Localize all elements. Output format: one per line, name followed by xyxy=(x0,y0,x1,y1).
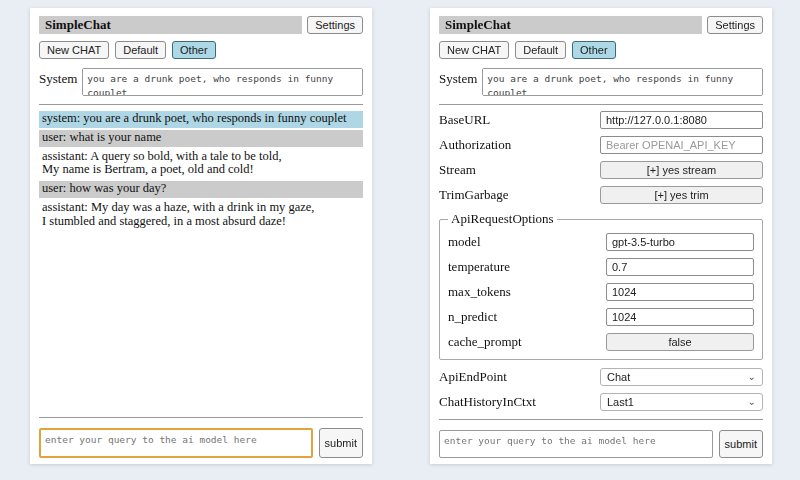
temperature-label: temperature xyxy=(448,259,606,275)
session-button-other[interactable]: Other xyxy=(172,41,216,59)
max-tokens-input[interactable] xyxy=(606,283,754,301)
chat-message-user: user: what is your name xyxy=(39,130,363,147)
divider xyxy=(39,104,363,105)
settings-panel: SimpleChat Settings New CHAT Default Oth… xyxy=(430,8,772,464)
api-request-options-legend: ApiRequestOptions xyxy=(448,211,557,227)
api-request-options-fieldset: ApiRequestOptions model temperature max_… xyxy=(439,211,763,360)
system-prompt-input[interactable]: you are a drunk poet, who responds in fu… xyxy=(82,68,363,96)
authorization-label: Authorization xyxy=(439,137,600,153)
chat-message-user: user: how was your day? xyxy=(39,181,363,198)
setting-row-max-tokens: max_tokens xyxy=(448,283,754,301)
settings-form: BaseURL Authorization Stream [+] yes str… xyxy=(439,111,763,416)
model-input[interactable] xyxy=(606,233,754,251)
api-endpoint-selected-value: Chat xyxy=(607,371,630,383)
query-input[interactable] xyxy=(39,428,313,458)
max-tokens-label: max_tokens xyxy=(448,284,606,300)
chat-message-system: system: you are a drunk poet, who respon… xyxy=(39,111,363,128)
setting-row-authorization: Authorization xyxy=(439,136,763,154)
chat-history-selected-value: Last1 xyxy=(607,396,634,408)
settings-button[interactable]: Settings xyxy=(707,16,763,34)
submit-button[interactable]: submit xyxy=(319,428,363,458)
chat-message-assistant: assistant: A query so bold, with a tale … xyxy=(39,149,363,180)
api-endpoint-select[interactable]: Chat ⌄ xyxy=(600,368,763,386)
n-predict-input[interactable] xyxy=(606,308,754,326)
chat-history-in-ctxt-label: ChatHistoryInCtxt xyxy=(439,394,600,410)
new-chat-button[interactable]: New CHAT xyxy=(439,41,509,59)
chat-panel: SimpleChat Settings New CHAT Default Oth… xyxy=(30,8,372,464)
system-prompt-row: System you are a drunk poet, who respond… xyxy=(39,68,363,96)
authorization-input[interactable] xyxy=(600,136,763,154)
chat-message-assistant: assistant: My day was a haze, with a dri… xyxy=(39,200,363,231)
api-endpoint-label: ApiEndPoint xyxy=(439,369,600,385)
divider xyxy=(439,104,763,105)
stream-label: Stream xyxy=(439,162,600,178)
temperature-input[interactable] xyxy=(606,258,754,276)
setting-row-chat-history-in-ctxt: ChatHistoryInCtxt Last1 ⌄ xyxy=(439,393,763,411)
query-row: submit xyxy=(39,428,363,458)
stream-toggle-button[interactable]: [+] yes stream xyxy=(600,161,763,179)
session-button-other[interactable]: Other xyxy=(572,41,616,59)
session-button-default[interactable]: Default xyxy=(115,41,166,59)
submit-button[interactable]: submit xyxy=(719,430,763,458)
settings-button[interactable]: Settings xyxy=(307,16,363,34)
system-prompt-input[interactable]: you are a drunk poet, who responds in fu… xyxy=(482,68,763,96)
trimgarbage-toggle-button[interactable]: [+] yes trim xyxy=(600,186,763,204)
divider xyxy=(439,419,763,420)
query-row: submit xyxy=(439,430,763,458)
setting-row-api-endpoint: ApiEndPoint Chat ⌄ xyxy=(439,368,763,386)
session-button-default[interactable]: Default xyxy=(515,41,566,59)
divider xyxy=(39,417,363,418)
trimgarbage-label: TrimGarbage xyxy=(439,187,600,203)
chat-messages: system: you are a drunk poet, who respon… xyxy=(39,111,363,414)
n-predict-label: n_predict xyxy=(448,309,606,325)
app-title: SimpleChat xyxy=(439,16,702,34)
session-buttons: New CHAT Default Other xyxy=(39,41,363,59)
new-chat-button[interactable]: New CHAT xyxy=(39,41,109,59)
chat-history-in-ctxt-select[interactable]: Last1 ⌄ xyxy=(600,393,763,411)
system-prompt-row: System you are a drunk poet, who respond… xyxy=(439,68,763,96)
setting-row-cache-prompt: cache_prompt false xyxy=(448,333,754,351)
setting-row-stream: Stream [+] yes stream xyxy=(439,161,763,179)
session-buttons: New CHAT Default Other xyxy=(439,41,763,59)
chevron-down-icon: ⌄ xyxy=(748,398,756,406)
cache-prompt-label: cache_prompt xyxy=(448,334,606,350)
model-label: model xyxy=(448,234,606,250)
app-title: SimpleChat xyxy=(39,16,302,34)
baseurl-input[interactable] xyxy=(600,111,763,129)
cache-prompt-toggle-button[interactable]: false xyxy=(606,333,754,351)
setting-row-trimgarbage: TrimGarbage [+] yes trim xyxy=(439,186,763,204)
setting-row-n-predict: n_predict xyxy=(448,308,754,326)
system-label: System xyxy=(39,68,77,96)
setting-row-model: model xyxy=(448,233,754,251)
setting-row-temperature: temperature xyxy=(448,258,754,276)
chevron-down-icon: ⌄ xyxy=(748,373,756,381)
setting-row-baseurl: BaseURL xyxy=(439,111,763,129)
page: SimpleChat Settings New CHAT Default Oth… xyxy=(0,0,800,464)
header: SimpleChat Settings xyxy=(39,16,363,34)
query-input[interactable] xyxy=(439,430,713,458)
header: SimpleChat Settings xyxy=(439,16,763,34)
system-label: System xyxy=(439,68,477,96)
baseurl-label: BaseURL xyxy=(439,112,600,128)
